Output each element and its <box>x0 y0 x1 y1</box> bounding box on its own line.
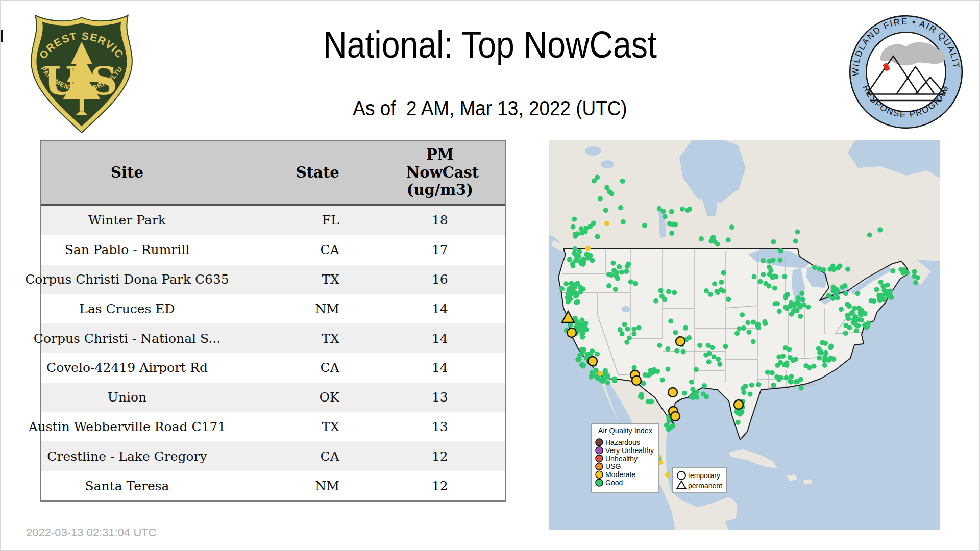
good-monitor-dot <box>757 279 763 284</box>
table-row: Crestline - Lake GregoryCA12 <box>41 441 505 471</box>
good-monitor-dot <box>772 286 777 291</box>
good-monitor-dot <box>755 322 761 327</box>
good-monitor-dot <box>687 207 692 212</box>
good-monitor-dot <box>569 291 574 296</box>
good-monitor-dot <box>613 287 618 292</box>
good-monitor-dot <box>877 228 883 233</box>
good-monitor-dot <box>706 359 712 364</box>
good-monitor-dot <box>633 281 638 286</box>
good-monitor-dot <box>649 368 654 373</box>
aqi-legend: Air Quality Index HazardousVery Unhealth… <box>592 424 659 493</box>
aqi-swatch-unhealthy <box>596 455 603 462</box>
cell-state: FL <box>213 206 375 235</box>
good-monitor-dot <box>869 298 874 304</box>
good-monitor-dot <box>626 262 631 267</box>
cell-value: 12 <box>375 471 505 500</box>
column-header-site: Site <box>41 141 213 204</box>
good-monitor-dot <box>791 358 796 363</box>
moderate-monitor-dot <box>585 246 591 251</box>
good-monitor-dot <box>855 291 860 296</box>
good-monitor-dot <box>741 325 746 331</box>
good-monitor-dot <box>856 306 862 311</box>
good-monitor-dot <box>778 248 783 254</box>
good-monitor-dot <box>689 394 694 399</box>
good-monitor-dot <box>694 367 699 372</box>
good-monitor-dot <box>595 234 600 239</box>
good-monitor-dot <box>878 280 884 285</box>
good-monitor-dot <box>567 257 572 262</box>
good-monitor-dot <box>752 274 757 279</box>
good-monitor-dot <box>704 394 709 399</box>
good-monitor-dot <box>729 224 734 230</box>
good-monitor-dot <box>612 376 617 381</box>
good-monitor-dot <box>717 362 722 367</box>
good-monitor-dot <box>763 321 768 326</box>
good-monitor-dot <box>847 325 852 330</box>
good-monitor-dot <box>793 379 798 384</box>
good-monitor-dot <box>807 365 812 370</box>
dashboard-slide: FOREST SERVICE U S DEPARTMENT OF AGRICUL… <box>0 0 980 551</box>
cell-value: 18 <box>375 206 505 235</box>
good-monitor-dot <box>605 380 610 385</box>
good-monitor-dot <box>877 297 883 303</box>
good-monitor-dot <box>874 287 879 292</box>
good-monitor-dot <box>740 312 745 317</box>
good-monitor-dot <box>653 298 658 304</box>
good-monitor-dot <box>775 301 780 306</box>
good-monitor-dot <box>699 236 704 241</box>
good-monitor-dot <box>793 239 798 244</box>
good-monitor-dot <box>646 399 651 404</box>
good-monitor-dot <box>863 311 868 316</box>
good-monitor-dot <box>666 289 671 294</box>
good-monitor-dot <box>566 299 571 304</box>
wfaqrp-logo: WILDLAND FIRE • AIR QUALITY RESPONSE PRO… <box>848 14 964 130</box>
cell-site: Covelo-42419 Airport Rd <box>41 353 213 383</box>
good-monitor-dot <box>823 350 828 356</box>
good-monitor-dot <box>665 367 670 372</box>
good-monitor-dot <box>830 296 836 301</box>
good-monitor-dot <box>578 259 583 264</box>
moderate-monitor-dot <box>598 371 603 376</box>
good-monitor-dot <box>660 378 665 383</box>
good-monitor-dot <box>592 179 597 184</box>
table-header-row: Site State PM NowCast (ug/m3) <box>41 141 505 206</box>
good-monitor-dot <box>657 206 662 211</box>
good-monitor-dot <box>704 288 709 293</box>
cell-state: NM <box>213 294 375 323</box>
cell-value: 14 <box>375 353 505 383</box>
good-monitor-dot <box>834 291 839 296</box>
good-monitor-dot <box>577 249 582 254</box>
good-monitor-dot <box>771 383 776 388</box>
good-monitor-dot <box>611 261 616 266</box>
good-monitor-dot <box>694 395 699 400</box>
good-monitor-dot <box>603 208 608 213</box>
good-monitor-dot <box>783 345 788 350</box>
table-row: Las Cruces EDNM14 <box>41 294 505 323</box>
good-monitor-dot <box>889 295 894 300</box>
good-monitor-dot <box>846 316 851 321</box>
cell-value: 16 <box>375 265 505 294</box>
good-monitor-dot <box>710 345 715 350</box>
good-monitor-dot <box>800 297 805 302</box>
good-monitor-dot <box>628 279 633 284</box>
table-row: Austin Webberville Road C171TX13 <box>41 412 505 442</box>
good-monitor-dot <box>770 275 775 280</box>
temporary-moderate-marker <box>588 357 597 366</box>
screen-edge-artifact <box>1 30 3 42</box>
temporary-moderate-marker <box>671 412 680 421</box>
good-monitor-dot <box>771 239 776 244</box>
good-monitor-dot <box>673 330 678 335</box>
good-monitor-dot <box>721 289 726 294</box>
good-monitor-dot <box>579 347 584 353</box>
good-monitor-dot <box>568 322 573 328</box>
good-monitor-dot <box>721 270 726 276</box>
good-monitor-dot <box>816 346 821 351</box>
good-monitor-dot <box>571 263 576 268</box>
good-monitor-dot <box>625 327 630 332</box>
good-monitor-dot <box>770 370 775 375</box>
good-monitor-dot <box>799 291 804 296</box>
good-monitor-dot <box>669 231 674 236</box>
good-monitor-dot <box>712 354 717 359</box>
cell-site: San Pablo - Rumrill <box>41 235 213 265</box>
good-monitor-dot <box>609 272 614 278</box>
